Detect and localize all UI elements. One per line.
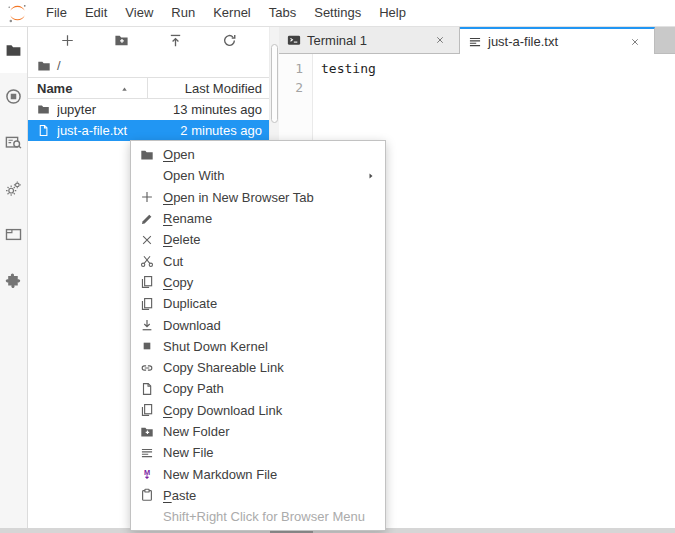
context-menu-item-download[interactable]: Download [131,314,385,335]
sidebar-item-extension-manager[interactable] [0,257,27,303]
menu-item-label: Duplicate [163,296,217,311]
menu-item-label: Open in New Browser Tab [163,190,314,205]
new-launcher-button[interactable] [56,33,80,48]
menu-item-label: Cut [163,254,183,269]
line-number: 1 [279,59,303,78]
column-divider [147,78,148,98]
running-icon [5,88,22,105]
context-menu: OpenOpen WithOpen in New Browser TabRena… [130,140,386,531]
stop-icon [139,339,155,353]
file-browser-toolbar [28,27,269,54]
new-folder-icon [139,425,155,439]
menu-item-label: Download [163,318,221,333]
file-icon [37,124,50,137]
sidebar-item-file-browser[interactable] [0,27,27,73]
menu-file[interactable]: File [37,0,76,26]
menu-item-label: Open [163,147,195,162]
puzzle-icon [5,272,22,289]
context-menu-item-delete[interactable]: Delete [131,229,385,250]
folder-icon [37,59,51,73]
menu-view[interactable]: View [116,0,162,26]
file-name: just-a-file.txt [57,123,180,138]
upload-icon [168,33,183,48]
left-sidebar [0,27,28,528]
menu-item-label: Paste [163,488,196,503]
menu-item-label: Copy Path [163,381,224,396]
code-line: testing [321,59,376,78]
context-menu-item-open-in-new-browser-tab[interactable]: Open in New Browser Tab [131,187,385,208]
jupyter-logo-icon [7,3,28,24]
new-folder-icon [114,33,129,48]
menu-bar: FileEditViewRunKernelTabsSettingsHelp [0,0,675,27]
context-menu-item-new-folder[interactable]: New Folder [131,421,385,442]
upload-button[interactable] [163,33,187,48]
cut-icon [139,254,155,268]
menu-item-label: Copy Shareable Link [163,360,284,375]
text-editor-icon [468,35,482,49]
file-row-just-a-file-txt[interactable]: just-a-file.txt2 minutes ago [28,120,269,141]
terminal-icon [287,33,301,47]
menu-item-label: New File [163,445,214,460]
context-menu-item-copy-download-link[interactable]: Copy Download Link [131,400,385,421]
menu-run[interactable]: Run [162,0,204,26]
line-number: 2 [279,78,303,97]
close-tab-icon[interactable] [435,35,445,45]
context-menu-item-duplicate[interactable]: Duplicate [131,293,385,314]
context-menu-item-copy[interactable]: Copy [131,272,385,293]
menu-item-label: Copy Download Link [163,403,282,418]
sidebar-item-running-sessions[interactable] [0,73,27,119]
tab-terminal-1[interactable]: Terminal 1 [279,27,460,54]
context-menu-item-open[interactable]: Open [131,144,385,165]
svg-text:M: M [144,468,150,477]
context-menu-item-copy-shareable-link[interactable]: Copy Shareable Link [131,357,385,378]
menu-edit[interactable]: Edit [76,0,116,26]
tab-label: just-a-file.txt [488,34,558,49]
menu-tabs[interactable]: Tabs [260,0,305,26]
folder-icon [37,103,50,116]
new-folder-button[interactable] [110,33,134,48]
sidebar-item-open-tabs[interactable] [0,211,27,257]
markdown-icon: M [139,467,155,481]
gears-icon [5,180,22,197]
tab-label: Terminal 1 [307,33,367,48]
column-last-modified[interactable]: Last Modified [185,81,269,96]
column-name[interactable]: Name [28,81,72,96]
inspector-icon [5,134,22,151]
context-menu-item-new-file[interactable]: New File [131,442,385,463]
file-list: jupyter13 minutes agojust-a-file.txt2 mi… [28,99,269,141]
refresh-icon [222,33,237,48]
close-icon [139,233,155,247]
menu-item-label: Shut Down Kernel [163,339,268,354]
context-menu-item-cut[interactable]: Cut [131,250,385,271]
link-icon [139,361,155,375]
menu-item-label: Copy [163,275,193,290]
copy-icon [139,403,155,417]
menu-kernel[interactable]: Kernel [204,0,260,26]
menu-items: FileEditViewRunKernelTabsSettingsHelp [37,0,415,26]
menu-help[interactable]: Help [370,0,415,26]
context-menu-item-open-with[interactable]: Open With [131,165,385,186]
refresh-button[interactable] [217,33,241,48]
file-row-jupyter[interactable]: jupyter13 minutes ago [28,99,269,120]
plus-icon [139,190,155,204]
sidebar-item-property-inspector[interactable] [0,165,27,211]
menu-settings[interactable]: Settings [305,0,370,26]
file-modified: 2 minutes ago [180,123,269,138]
context-menu-item-paste[interactable]: Paste [131,485,385,506]
context-menu-item-copy-path[interactable]: Copy Path [131,378,385,399]
tab-just-a-file-txt[interactable]: just-a-file.txt [460,27,655,54]
tab-bar: Terminal 1just-a-file.txt [279,27,675,54]
plus-icon [60,33,75,48]
pencil-icon [139,212,155,226]
scrollbar-thumb[interactable] [271,44,278,123]
context-menu-item-new-markdown-file[interactable]: MNew Markdown File [131,463,385,484]
sort-ascending-icon[interactable] [120,85,129,94]
close-tab-icon[interactable] [630,37,640,47]
breadcrumb-root[interactable]: / [57,58,61,73]
context-menu-item-rename[interactable]: Rename [131,208,385,229]
sidebar-item-command-palette[interactable] [0,119,27,165]
tab-bar-empty-area [655,27,675,54]
context-menu-item-shut-down-kernel[interactable]: Shut Down Kernel [131,336,385,357]
menu-item-label: Open With [163,168,224,183]
breadcrumb: / [28,54,269,77]
